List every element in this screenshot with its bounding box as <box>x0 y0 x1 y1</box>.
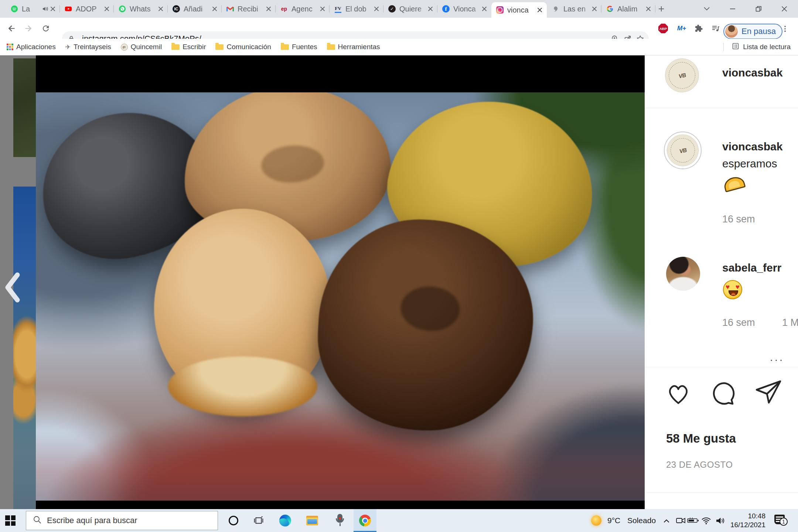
reload-button[interactable] <box>40 23 52 34</box>
tray-chevron-icon[interactable] <box>663 518 670 525</box>
tab-close-icon[interactable] <box>481 6 488 12</box>
chrome-taskbar-icon-active[interactable] <box>354 509 376 532</box>
divider <box>723 43 724 51</box>
instagram-icon <box>496 6 504 14</box>
search-placeholder: Escribe aquí para buscar <box>47 516 137 525</box>
tab-youtube[interactable]: ADOP <box>60 0 114 18</box>
post-author-username[interactable]: vioncasbak <box>722 66 782 79</box>
tab-close-icon[interactable] <box>319 6 326 12</box>
comment-likes[interactable]: 1 M <box>782 317 798 328</box>
tray-clock[interactable]: 10:48 16/12/2021 <box>730 512 765 529</box>
movistar-extension-icon[interactable]: M+ <box>677 24 686 33</box>
heart-eyes-emoji: ♥♥ <box>723 280 742 299</box>
folder-icon <box>215 44 224 50</box>
tab-gmail[interactable]: Recibi <box>222 0 276 18</box>
tab-facebook[interactable]: f Vionca <box>437 0 491 18</box>
tab-close-icon[interactable] <box>103 6 110 12</box>
reading-list-button[interactable]: Lista de lectura <box>723 39 791 55</box>
weather-temperature[interactable]: 9°C <box>607 516 620 525</box>
tab-title: Quiere <box>399 5 427 13</box>
tab-whatsapp[interactable]: Whats <box>114 0 168 18</box>
like-count[interactable]: 58 Me gusta <box>666 432 736 446</box>
comment-time: 16 sem <box>722 214 755 225</box>
cortana-button[interactable] <box>222 509 245 532</box>
bookmark-folder-herramientas[interactable]: Herramientas <box>327 43 380 51</box>
profile-button[interactable]: En pausa <box>723 24 782 39</box>
task-view-button[interactable] <box>247 509 270 532</box>
post-photo[interactable] <box>36 55 645 509</box>
forward-button[interactable] <box>22 23 34 34</box>
tab-search-chevron-icon[interactable] <box>695 0 718 18</box>
tab-google[interactable]: Alalim <box>601 0 655 18</box>
bookmark-folder-escribir[interactable]: Escribir <box>171 43 206 51</box>
notification-badge: 1 <box>780 518 788 526</box>
comment-text: esperamos <box>722 157 777 170</box>
bookmark-folder-fuentes[interactable]: Fuentes <box>281 43 317 51</box>
browser-menu-icon[interactable] <box>780 24 790 34</box>
minimize-button[interactable] <box>721 0 744 18</box>
volume-icon[interactable] <box>715 516 726 526</box>
folder-icon <box>281 44 289 50</box>
new-tab-button[interactable] <box>656 4 666 14</box>
post-author-avatar[interactable]: VB <box>665 58 699 92</box>
bookmark-quincemil[interactable]: (C Quincemil <box>121 43 162 51</box>
close-window-button[interactable] <box>773 0 796 18</box>
voice-recorder-taskbar-icon[interactable] <box>328 509 351 532</box>
back-button[interactable] <box>6 23 18 34</box>
adblock-extension-icon[interactable]: ABP <box>658 24 668 33</box>
tab-las-en[interactable]: Las en <box>548 0 601 18</box>
tab-instagram-active[interactable]: vionca <box>491 2 547 18</box>
battery-icon[interactable] <box>687 518 699 525</box>
tab-close-icon[interactable] <box>373 6 380 12</box>
tab-audio-icon[interactable] <box>41 5 49 13</box>
comment-avatar-ring[interactable]: VB <box>664 132 702 169</box>
plane-icon: ✈ <box>65 43 71 51</box>
edge-taskbar-icon[interactable] <box>274 509 297 532</box>
tab-close-icon[interactable] <box>427 6 434 12</box>
tab-quiere[interactable]: ✓ Quiere <box>383 0 437 18</box>
file-explorer-taskbar-icon[interactable] <box>301 509 324 532</box>
comment-options-icon[interactable]: ··· <box>770 353 784 366</box>
bookmark-folder-comunicacion[interactable]: Comunicación <box>215 43 271 51</box>
fv-icon: FV <box>334 5 342 13</box>
notification-center-icon[interactable]: 1 <box>774 515 785 524</box>
tab-close-icon[interactable] <box>645 6 652 12</box>
bookmark-treintayseis[interactable]: ✈ Treintayseis <box>65 43 111 51</box>
extensions-puzzle-icon[interactable] <box>694 24 703 33</box>
comment-author-avatar: VB <box>667 134 699 166</box>
weather-sun-icon[interactable] <box>591 515 601 526</box>
comment-bubble-icon[interactable] <box>712 381 736 407</box>
tab-close-icon[interactable] <box>50 6 56 12</box>
tab-close-icon[interactable] <box>157 6 164 12</box>
tab-europapress[interactable]: ep Agenc <box>276 0 330 18</box>
quincemil-bookmark-icon: (C <box>121 44 128 51</box>
tab-title: Vionca <box>453 5 481 13</box>
tab-title: Agenc <box>291 5 319 13</box>
tab-fv[interactable]: FV El dob <box>330 0 383 18</box>
youtube-icon <box>65 5 72 13</box>
taskbar-search[interactable]: Escribe aquí para buscar <box>26 511 218 530</box>
share-plane-icon[interactable] <box>755 380 782 406</box>
like-heart-icon[interactable] <box>666 383 690 406</box>
tab-close-icon[interactable] <box>591 6 598 12</box>
comment-username[interactable]: vioncasbak <box>722 140 782 153</box>
wifi-icon[interactable] <box>701 517 711 526</box>
comment-author-avatar[interactable] <box>666 257 700 291</box>
bookmark-apps[interactable]: Aplicaciones <box>7 43 56 51</box>
weather-condition[interactable]: Soleado <box>627 516 656 525</box>
tab-strip: La ADOP Whats IC Añadi Recibi <box>0 0 798 18</box>
tab-close-icon[interactable] <box>265 6 272 12</box>
tray-time: 10:48 <box>730 512 765 521</box>
playlist-extension-icon[interactable] <box>711 24 720 33</box>
divider <box>645 492 798 493</box>
start-button[interactable] <box>5 515 16 526</box>
restore-button[interactable] <box>747 0 770 18</box>
tab-spotify[interactable]: La <box>6 0 60 18</box>
empanada-round <box>154 209 331 408</box>
tab-close-icon[interactable] <box>211 6 218 12</box>
comment-username[interactable]: sabela_ferr <box>722 262 781 274</box>
previous-post-arrow[interactable] <box>4 272 21 303</box>
tab-close-icon[interactable] <box>536 7 543 13</box>
tab-quincemil[interactable]: IC Añadi <box>168 0 222 18</box>
meet-now-camera-icon[interactable] <box>675 516 686 526</box>
